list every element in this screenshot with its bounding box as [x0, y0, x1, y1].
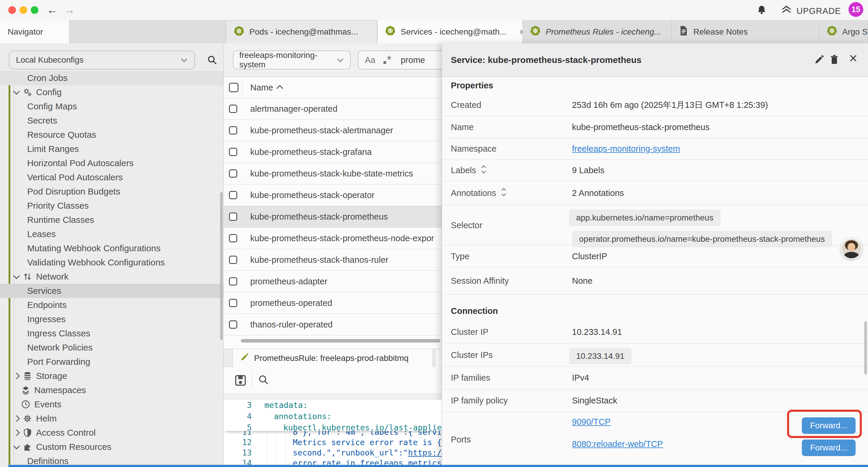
- sidebar-item-helm[interactable]: Helm: [0, 411, 223, 426]
- sidebar-item-priority-classes[interactable]: Priority Classes: [0, 199, 223, 213]
- column-header-name[interactable]: Name: [250, 77, 283, 98]
- table-row[interactable]: alertmanager-operated: [224, 98, 442, 120]
- notifications-bell-icon[interactable]: [756, 5, 767, 17]
- table-row[interactable]: kube-prometheus-stack-grafana: [224, 141, 442, 163]
- sidebar-item-vertical-pod-autoscalers[interactable]: Vertical Pod Autoscalers: [0, 170, 223, 184]
- sidebar-item-events[interactable]: Events: [0, 397, 223, 411]
- table-row[interactable]: kube-prometheus-stack-operator: [224, 184, 442, 206]
- sidebar-item-network-policies[interactable]: Network Policies: [0, 341, 223, 355]
- property-value-link[interactable]: freeleaps-monitoring-system: [572, 144, 680, 154]
- table-row[interactable]: kube-prometheus-stack-prometheus: [224, 206, 442, 228]
- chevron-down-icon[interactable]: [13, 88, 20, 95]
- table-row[interactable]: kube-prometheus-stack-alertmanager: [224, 120, 442, 141]
- row-checkbox[interactable]: [229, 277, 237, 286]
- editor-tab-prometheusrule[interactable]: PrometheusRule: freeleaps-prod-rabbitmq: [232, 349, 433, 367]
- sidebar-item-access-control[interactable]: Access Control: [0, 426, 223, 440]
- update-count-badge[interactable]: 15: [848, 2, 863, 17]
- table-row[interactable]: kube-prometheus-stack-thanos-ruler: [224, 249, 442, 271]
- horizontal-scrollbar[interactable]: [241, 339, 440, 343]
- forward-button[interactable]: →: [64, 2, 75, 17]
- sidebar-item-network[interactable]: Network: [0, 269, 223, 284]
- chevron-right-icon[interactable]: [13, 430, 20, 436]
- drawer-scrollbar[interactable]: [864, 321, 867, 375]
- sidebar-item-endpoints[interactable]: Endpoints: [0, 298, 223, 312]
- avatar[interactable]: [841, 238, 862, 259]
- row-checkbox[interactable]: [229, 148, 237, 156]
- sidebar-item-limit-ranges[interactable]: Limit Ranges: [0, 142, 223, 156]
- namespace-select[interactable]: freeleaps-monitoring-system: [233, 51, 351, 69]
- window-close-button[interactable]: [8, 6, 16, 14]
- select-all-checkbox[interactable]: [229, 83, 239, 92]
- window-zoom-button[interactable]: [31, 6, 38, 14]
- updown-control-icon[interactable]: [481, 165, 487, 176]
- chevron-right-icon[interactable]: [13, 415, 20, 422]
- forward-button[interactable]: Forward...: [802, 439, 856, 456]
- port-link[interactable]: 9090/TCP: [572, 417, 611, 427]
- sidebar-item-horizontal-pod-autoscalers[interactable]: Horizontal Pod Autoscalers: [0, 156, 223, 170]
- back-button[interactable]: ←: [47, 2, 58, 17]
- updown-control-icon[interactable]: [501, 188, 507, 199]
- upgrade-button[interactable]: UPGRADE: [780, 5, 841, 18]
- port-link[interactable]: 8080:reloader-web/TCP: [572, 439, 663, 449]
- close-icon[interactable]: ×: [849, 50, 857, 66]
- sidebar-item-namespaces[interactable]: Namespaces: [0, 383, 223, 397]
- chevron-right-icon[interactable]: [13, 373, 20, 380]
- table-header: Name: [224, 77, 442, 98]
- table-row[interactable]: kube-prometheus-stack-prometheus-node-ex…: [224, 228, 442, 249]
- resource-search-input[interactable]: Aa * prome: [358, 51, 442, 69]
- editor-search-icon[interactable]: [258, 374, 270, 387]
- row-checkbox[interactable]: [229, 126, 237, 135]
- table-row[interactable]: prometheus-operated: [224, 292, 442, 314]
- sidebar-item-ingresses[interactable]: Ingresses: [0, 312, 223, 326]
- sidebar-item-ingress-classes[interactable]: Ingress Classes: [0, 326, 223, 341]
- sidebar-item-storage[interactable]: Storage: [0, 369, 223, 383]
- row-checkbox[interactable]: [229, 169, 237, 178]
- forward-button-highlight-annotation: [787, 410, 862, 438]
- tab-navigator[interactable]: Navigator: [0, 20, 69, 43]
- tab-prometheus-rules-icecheng[interactable]: Prometheus Rules - icecheng...: [523, 20, 672, 43]
- sidebar-item-runtime-classes[interactable]: Runtime Classes: [0, 213, 223, 227]
- window-minimize-button[interactable]: [20, 6, 27, 14]
- sidebar-item-pod-disruption-budgets[interactable]: Pod Disruption Budgets: [0, 184, 223, 199]
- tab-services-icecheng-math[interactable]: Services - icecheng@math...×: [377, 20, 523, 43]
- sidebar-scrollbar[interactable]: [220, 192, 223, 340]
- sidebar-item-leases[interactable]: Leases: [0, 227, 223, 241]
- row-checkbox[interactable]: [229, 320, 237, 329]
- editor-tab-next[interactable]: [435, 349, 442, 367]
- sidebar-item-port-forwarding[interactable]: Port Forwarding: [0, 355, 223, 369]
- match-case-toggle[interactable]: Aa: [365, 55, 375, 65]
- sidebar-item-secrets[interactable]: Secrets: [0, 114, 223, 128]
- sidebar-item-services[interactable]: Services: [0, 284, 223, 298]
- delete-trash-icon[interactable]: [829, 54, 840, 66]
- row-checkbox[interactable]: [229, 212, 237, 221]
- tab-release-notes[interactable]: Release Notes: [672, 20, 819, 43]
- sidebar-search-icon[interactable]: [207, 55, 217, 66]
- tab-pods-icecheng-mathmas[interactable]: Pods - icecheng@mathmas...: [226, 20, 377, 43]
- yaml-editor[interactable]: 118"},"for":"4m","labels":{"service":"12…: [224, 400, 442, 467]
- row-checkbox[interactable]: [229, 191, 237, 199]
- sidebar-item-config[interactable]: Config: [0, 85, 223, 99]
- row-checkbox[interactable]: [229, 234, 237, 242]
- sidebar-item-custom-resources[interactable]: Custom Resources: [0, 440, 223, 454]
- kubeconfig-select[interactable]: Local Kubeconfigs: [9, 51, 195, 69]
- tab-close-icon[interactable]: ×: [519, 27, 523, 37]
- regex-toggle[interactable]: *: [383, 55, 393, 65]
- table-row[interactable]: prometheus-adapter: [224, 271, 442, 292]
- sidebar-item-config-maps[interactable]: Config Maps: [0, 99, 223, 114]
- row-checkbox[interactable]: [229, 105, 237, 113]
- tab-argo-se[interactable]: Argo Se: [819, 20, 868, 43]
- sidebar-item-cron-jobs[interactable]: Cron Jobs: [0, 71, 223, 85]
- service-name: kube-prometheus-stack-operator: [250, 191, 375, 200]
- sidebar-item-label: Events: [34, 399, 61, 409]
- sidebar-item-resource-quotas[interactable]: Resource Quotas: [0, 128, 223, 142]
- table-row[interactable]: kube-prometheus-stack-kube-state-metrics: [224, 163, 442, 184]
- row-checkbox[interactable]: [229, 256, 237, 264]
- chevron-down-icon[interactable]: [13, 443, 20, 449]
- sidebar-item-mutating-webhook-configurations[interactable]: Mutating Webhook Configurations: [0, 241, 223, 255]
- save-icon[interactable]: [234, 374, 247, 388]
- edit-pencil-icon[interactable]: [814, 54, 824, 66]
- table-row[interactable]: thanos-ruler-operated: [224, 314, 442, 335]
- sidebar-item-validating-webhook-configurations[interactable]: Validating Webhook Configurations: [0, 255, 223, 269]
- row-checkbox[interactable]: [229, 299, 237, 307]
- chevron-down-icon[interactable]: [13, 272, 20, 279]
